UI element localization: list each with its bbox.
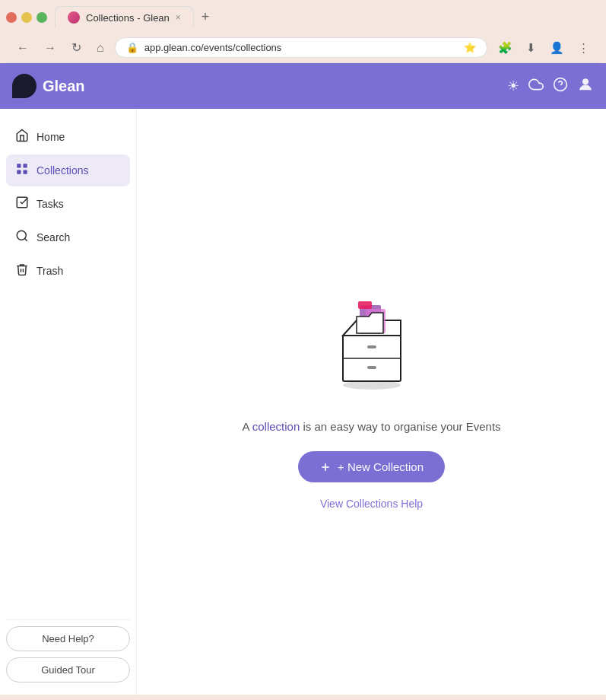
main-layout: Home Collections [0,109,606,695]
minimize-window-btn[interactable] [21,12,32,23]
home-btn[interactable]: ⌂ [92,38,109,58]
back-btn[interactable]: ← [12,38,33,58]
svg-rect-4 [24,164,27,167]
view-collections-help-link[interactable]: View Collections Help [320,498,423,510]
app-container: Glean ☀ [0,63,606,695]
sidebar-tasks-label: Tasks [36,198,64,210]
sidebar-home-label: Home [36,131,65,143]
svg-point-8 [17,231,26,240]
trash-icon [15,262,29,279]
need-help-btn[interactable]: Need Help? [6,626,130,651]
logo-icon [12,74,36,98]
sidebar-item-trash[interactable]: Trash [6,255,130,287]
header-actions: ☀ [507,76,594,97]
theme-toggle-btn[interactable]: ☀ [507,78,519,94]
browser-toolbar: ← → ↻ ⌂ 🔒 app.glean.co/events/collection… [6,33,600,63]
help-btn[interactable] [553,77,568,96]
new-collection-btn[interactable]: + New Collection [298,451,445,482]
logo-text: Glean [43,78,85,95]
user-profile-btn[interactable] [577,76,594,97]
sidebar-item-search[interactable]: Search [6,221,130,253]
refresh-btn[interactable]: ↻ [67,37,86,58]
tab-bar: Collections - Glean × + [55,6,217,28]
download-btn[interactable]: ⬇ [522,38,541,58]
sidebar-item-home[interactable]: Home [6,121,130,153]
highlight-word: collection [252,420,300,433]
sidebar: Home Collections [0,109,137,695]
tasks-icon [15,196,29,212]
toolbar-icons: 🧩 ⬇ 👤 ⋮ [493,38,594,58]
home-icon [15,129,29,145]
extensions-btn[interactable]: 🧩 [493,38,517,58]
app-header: Glean ☀ [0,63,606,109]
svg-rect-14 [367,366,376,369]
tab-close-btn[interactable]: × [176,12,181,23]
sidebar-trash-label: Trash [36,265,63,277]
svg-rect-5 [17,170,21,174]
active-tab[interactable]: Collections - Glean × [55,6,194,28]
svg-point-2 [582,78,588,84]
new-collection-label: + New Collection [338,460,424,473]
content-area: A collection is an easy way to organise … [137,109,606,695]
guided-tour-btn[interactable]: Guided Tour [6,657,130,682]
svg-rect-7 [17,197,27,208]
sidebar-collections-label: Collections [36,164,88,177]
svg-rect-17 [358,301,372,309]
logo-area: Glean [12,74,85,98]
description-text: A collection is an easy way to organise … [242,420,500,433]
svg-line-9 [24,238,27,240]
forward-btn[interactable]: → [40,38,61,58]
sidebar-nav: Home Collections [6,121,130,619]
menu-btn[interactable]: ⋮ [573,38,594,58]
collections-icon [15,162,29,179]
cloud-btn[interactable] [528,77,544,96]
svg-rect-6 [24,170,27,174]
close-window-btn[interactable] [6,12,17,23]
sidebar-item-collections[interactable]: Collections [6,154,130,186]
address-bar[interactable]: 🔒 app.glean.co/events/collections ⭐ [115,37,487,58]
svg-rect-3 [17,164,21,167]
sidebar-item-tasks[interactable]: Tasks [6,188,130,220]
url-text: app.glean.co/events/collections [144,42,458,53]
profile-btn[interactable]: 👤 [545,38,569,58]
sidebar-bottom: Need Help? Guided Tour [6,619,130,682]
tab-title: Collections - Glean [86,12,170,24]
search-icon [15,229,29,246]
browser-titlebar: Collections - Glean × + [6,6,600,28]
browser-chrome: Collections - Glean × + ← → ↻ ⌂ 🔒 app.gl… [0,0,606,63]
sidebar-search-label: Search [36,231,70,243]
traffic-lights [6,12,47,23]
new-tab-btn[interactable]: + [194,6,217,28]
svg-rect-13 [367,345,376,348]
collections-illustration [326,294,417,396]
tab-favicon-icon [68,11,80,24]
maximize-window-btn[interactable] [36,12,47,23]
